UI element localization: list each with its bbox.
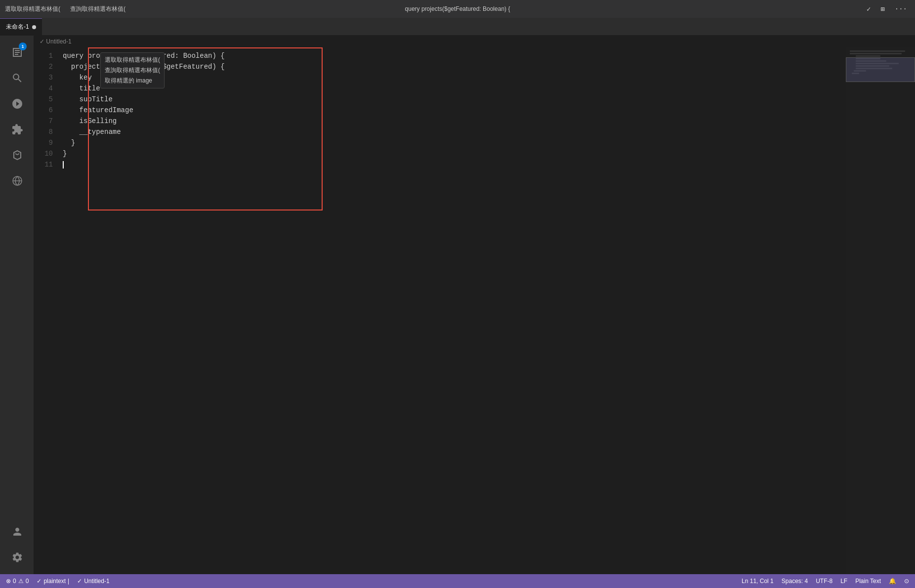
minimap [846, 47, 915, 574]
code-line-4: title [61, 83, 846, 94]
activity-extensions[interactable] [4, 117, 30, 142]
editor-area: ✓ Untitled-1 1 2 3 4 5 6 7 8 9 10 11 que… [34, 36, 915, 574]
warning-icon: ⚠ [18, 578, 24, 585]
breadcrumb-file: ✓ Untitled-1 [40, 38, 72, 45]
cursor-position: Ln 11, Col 1 [742, 578, 774, 585]
status-encoding[interactable]: UTF-8 [812, 574, 836, 588]
code-line-5: subTitle [61, 94, 846, 105]
status-errors[interactable]: ⊗ 0 ⚠ 0 [2, 574, 33, 588]
tab-bar: 未命名-1 [0, 18, 915, 36]
window-title: query projects($getFeatured: Boolean) { [405, 5, 510, 12]
main-layout: 1 ✓ Untitled-1 [0, 36, 915, 574]
status-bar: ⊗ 0 ⚠ 0 ✓ plaintext | ✓ Untitled-1 Ln 11… [0, 574, 915, 588]
status-right: Ln 11, Col 1 Spaces: 4 UTF-8 LF Plain Te… [738, 574, 915, 588]
code-line-10: } [61, 148, 846, 159]
title-bar-actions: ✓ ⊞ ··· [863, 3, 915, 15]
language-mode-label: Plain Text [855, 578, 881, 585]
file-label: Untitled-1 [84, 578, 109, 585]
code-content[interactable]: query projects($getFeatured: Boolean) { … [61, 47, 846, 574]
code-editor[interactable]: 1 2 3 4 5 6 7 8 9 10 11 query projects($… [34, 47, 915, 574]
error-count: 0 [13, 578, 16, 585]
tab-untitled[interactable]: 未命名-1 [0, 18, 42, 35]
tab-label: 未命名-1 [6, 23, 29, 31]
notification-icon: 🔔 [889, 578, 896, 585]
layout-icon[interactable]: ⊞ [876, 3, 888, 15]
tab-modified-dot [32, 25, 36, 29]
check-icon[interactable]: ✓ [863, 3, 874, 15]
separator: | [68, 578, 69, 585]
menu-selection[interactable]: 選取取得精選布林值( [0, 3, 65, 15]
menu-query[interactable]: 查詢取得精選布林值( [65, 3, 130, 15]
activity-run[interactable] [4, 91, 30, 117]
more-options-icon[interactable]: ··· [891, 3, 911, 15]
code-line-11[interactable] [61, 159, 846, 170]
explorer-badge: 1 [19, 42, 27, 50]
check-icon: ✓ [37, 578, 42, 585]
code-line-1: query projects($getFeatured: Boolean) { [61, 50, 846, 61]
language-label: plaintext [43, 578, 66, 585]
activity-remote[interactable] [4, 168, 30, 194]
check-icon-2: ✓ [77, 578, 82, 585]
status-language-mode[interactable]: Plain Text [851, 574, 885, 588]
status-left: ⊗ 0 ⚠ 0 ✓ plaintext | ✓ Untitled-1 [0, 574, 114, 588]
status-line-ending[interactable]: LF [836, 574, 851, 588]
breadcrumb: ✓ Untitled-1 [34, 36, 915, 47]
activity-bar: 1 [0, 36, 34, 574]
tooltip-item-3[interactable]: 取得精選的 image [105, 76, 160, 86]
code-line-7: isSelling [61, 116, 846, 126]
activity-source-control[interactable] [4, 142, 30, 168]
status-plaintext-check[interactable]: ✓ plaintext | [33, 574, 73, 588]
menu-bar: 選取取得精選布林值( 查詢取得精選布林值( [0, 3, 130, 15]
tooltip-item-1[interactable]: 選取取得精選布林值( [105, 55, 160, 65]
activity-bar-bottom [4, 519, 30, 574]
title-bar: 選取取得精選布林值( 查詢取得精選布林值( query projects($ge… [0, 0, 915, 18]
line-ending-label: LF [840, 578, 847, 585]
activity-settings[interactable] [4, 545, 30, 570]
code-line-8: __typename [61, 126, 846, 137]
activity-account[interactable] [4, 519, 30, 545]
code-line-9: } [61, 137, 846, 148]
minimap-viewport [846, 57, 915, 82]
autocomplete-popup[interactable]: 選取取得精選布林值( 查詢取得精選布林值( 取得精選的 image [100, 52, 165, 88]
status-remote-dot[interactable]: ⊙ [900, 574, 913, 588]
activity-search[interactable] [4, 65, 30, 91]
warning-count: 0 [26, 578, 29, 585]
code-line-6: featuredImage [61, 105, 846, 116]
spaces-label: Spaces: 4 [782, 578, 808, 585]
status-untitled-check[interactable]: ✓ Untitled-1 [73, 574, 113, 588]
code-line-3: key [61, 72, 846, 83]
code-line-2: projects(getFeatured: $getFeatured) { [61, 61, 846, 72]
activity-explorer[interactable]: 1 [4, 40, 30, 65]
status-spaces[interactable]: Spaces: 4 [778, 574, 812, 588]
error-icon: ⊗ [6, 578, 11, 585]
status-notifications[interactable]: 🔔 [885, 574, 900, 588]
line-numbers: 1 2 3 4 5 6 7 8 9 10 11 [34, 47, 61, 574]
status-cursor[interactable]: Ln 11, Col 1 [738, 574, 778, 588]
encoding-label: UTF-8 [816, 578, 832, 585]
tooltip-item-2[interactable]: 查詢取得精選布林值( [105, 65, 160, 76]
remote-dot: ⊙ [904, 578, 909, 585]
